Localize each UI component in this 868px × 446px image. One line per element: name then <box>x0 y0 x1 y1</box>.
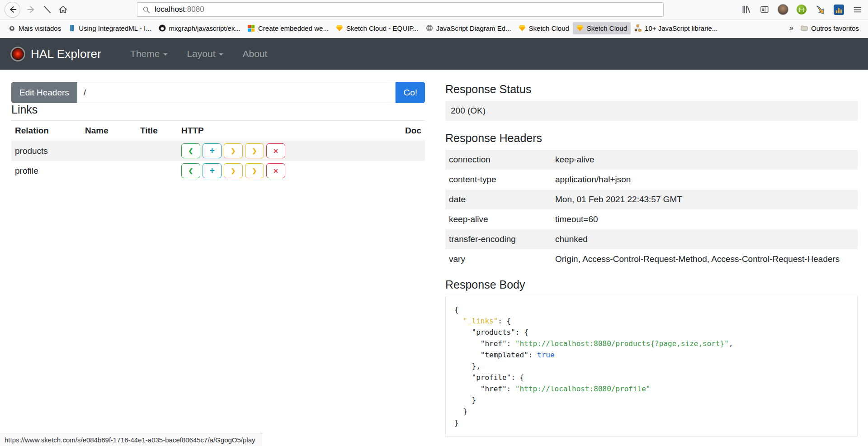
json-line: "products": { <box>454 327 849 338</box>
navbar-menu-about[interactable]: About <box>242 48 267 59</box>
extension-chart-icon[interactable] <box>833 4 844 15</box>
account-avatar[interactable] <box>778 4 788 15</box>
status-bar-url: https://www.sketch.com/s/e084b69f-1716-4… <box>5 436 255 444</box>
bookmark-label: JavaScript Diagram Ed... <box>436 24 511 32</box>
column-header: Relation <box>11 121 81 141</box>
left-panel: Edit Headers Go! Links RelationNameTitle… <box>11 82 425 181</box>
doc-cell <box>398 161 425 181</box>
sketch-icon <box>576 24 584 32</box>
header-row: dateMon, 01 Feb 2021 22:43:57 GMT <box>445 190 858 209</box>
home-button[interactable] <box>58 5 68 15</box>
uri-input[interactable] <box>77 82 396 103</box>
diagram-icon <box>634 24 642 32</box>
gear-icon <box>8 24 15 32</box>
hal-navbar: HAL Explorer ThemeLayoutAbout <box>0 38 868 70</box>
search-icon <box>142 6 150 14</box>
relation-cell: profile <box>11 161 81 181</box>
go-button[interactable]: Go! <box>396 82 425 103</box>
bookmark-item[interactable]: 10+ JavaScript librarie... <box>631 22 721 34</box>
header-row: content-typeapplication/hal+json <box>445 170 858 190</box>
address-url-port: :8080 <box>185 5 204 14</box>
navbar-menu-theme[interactable]: Theme <box>130 48 168 59</box>
put-button-icon: ❯ <box>231 167 236 174</box>
response-body-box: { "_links": { "products": { "href": "htt… <box>445 296 858 437</box>
main-content: Edit Headers Go! Links RelationNameTitle… <box>0 70 868 446</box>
header-name: vary <box>445 249 552 269</box>
bookmark-item[interactable]: Sketch Cloud <box>515 22 573 34</box>
library-icon[interactable] <box>741 4 751 15</box>
header-value: keep-alive <box>552 150 858 170</box>
menu-button[interactable] <box>852 4 863 15</box>
put-button-icon: ❯ <box>231 147 236 154</box>
header-value: chunked <box>552 229 858 249</box>
folder-icon <box>801 24 808 32</box>
other-bookmarks-folder[interactable]: Outros favoritos <box>798 22 862 34</box>
reload-slash-icon <box>42 5 52 14</box>
response-body-title: Response Body <box>445 278 858 291</box>
column-header: Name <box>81 121 137 141</box>
extension-arrow-icon[interactable] <box>815 4 826 15</box>
navbar-menu: ThemeLayoutAbout <box>130 48 267 59</box>
header-name: keep-alive <box>445 209 552 229</box>
home-icon <box>58 5 68 15</box>
column-header: Doc <box>398 121 425 141</box>
name-cell <box>81 161 137 181</box>
get-button[interactable]: ❮ <box>181 143 200 158</box>
header-name: connection <box>445 150 552 170</box>
links-section-title: Links <box>11 103 425 116</box>
delete-button-icon: ✕ <box>273 147 278 155</box>
delete-button[interactable]: ✕ <box>266 143 285 158</box>
doc-cell <box>398 141 425 161</box>
get-button-icon: ❮ <box>189 167 193 174</box>
post-button-icon: + <box>209 166 215 175</box>
bookmark-item[interactable]: JavaScript Diagram Ed... <box>422 22 515 34</box>
address-bar[interactable]: localhost:8080 <box>137 2 664 17</box>
bookmark-item[interactable]: Sketch Cloud <box>573 22 631 34</box>
forward-arrow-icon <box>26 5 36 14</box>
bookmarks-overflow-chevron[interactable]: » <box>785 24 798 33</box>
header-value: application/hal+json <box>552 170 858 190</box>
back-button[interactable] <box>5 2 20 18</box>
navbar-menu-label: Layout <box>187 48 215 59</box>
bookmark-label: Sketch Cloud - EQUIP... <box>346 24 419 32</box>
forward-button[interactable] <box>26 5 36 14</box>
app-title: HAL Explorer <box>31 47 101 61</box>
json-line: "templated": true <box>454 349 849 361</box>
get-button[interactable]: ❮ <box>181 163 200 178</box>
bookmark-item[interactable]: Using IntegratedML - I... <box>65 22 155 34</box>
bookmark-item[interactable]: mxgraph/javascript/ex... <box>155 22 244 34</box>
sidebar-icon[interactable] <box>759 4 770 15</box>
bookmark-label: Create embedded we... <box>258 24 329 32</box>
put-button[interactable]: ❯ <box>224 143 243 158</box>
post-button[interactable]: + <box>203 163 222 178</box>
bookmark-item[interactable]: Sketch Cloud - EQUIP... <box>332 22 422 34</box>
delete-button[interactable]: ✕ <box>266 163 285 178</box>
extension-green-icon[interactable]: {··} <box>796 4 807 15</box>
toolbar-right-icons: {··} <box>741 4 863 15</box>
patch-button[interactable]: ❯ <box>245 143 264 158</box>
response-headers-title: Response Headers <box>445 132 858 145</box>
patch-button[interactable]: ❯ <box>245 163 264 178</box>
bookmark-label: 10+ JavaScript librarie... <box>645 24 717 32</box>
bookmark-item[interactable]: Mais visitados <box>5 22 65 34</box>
bookmark-label: Sketch Cloud <box>529 24 569 32</box>
chevron-down-icon <box>163 53 168 56</box>
back-arrow-icon <box>8 5 17 14</box>
address-url-host: localhost <box>155 5 185 14</box>
book-icon <box>68 24 75 32</box>
delete-button-icon: ✕ <box>273 167 278 175</box>
bookmark-label: Mais visitados <box>19 24 61 32</box>
title-cell <box>137 141 178 161</box>
header-value: Origin, Access-Control-Request-Method, A… <box>552 249 858 269</box>
response-panel: Response Status 200 (OK) Response Header… <box>445 83 858 437</box>
bookmarks-bar: Mais visitadosUsing IntegratedML - I...m… <box>0 19 868 37</box>
bookmark-item[interactable]: Create embedded we... <box>244 22 332 34</box>
put-button[interactable]: ❯ <box>224 163 243 178</box>
reload-button[interactable] <box>42 5 52 14</box>
post-button[interactable]: + <box>203 143 222 158</box>
edit-headers-button[interactable]: Edit Headers <box>11 82 77 103</box>
response-headers-table: connectionkeep-alivecontent-typeapplicat… <box>445 150 858 269</box>
header-name: transfer-encoding <box>445 229 552 249</box>
navbar-menu-layout[interactable]: Layout <box>187 48 223 59</box>
column-header: HTTP <box>178 121 398 141</box>
